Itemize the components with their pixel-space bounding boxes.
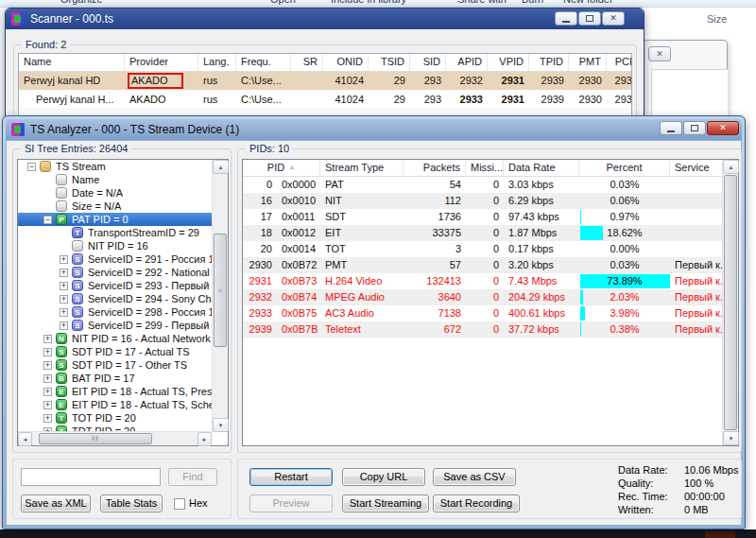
column-header-service[interactable]: Service [670,160,722,176]
column-header-tsid[interactable]: TSID [369,54,410,71]
find-button[interactable]: Find [168,468,217,486]
restart-button[interactable]: Restart [249,468,333,486]
pid-row[interactable]: 29330x0B75AC3 Audio71380400.61 kbps3.98%… [243,305,722,321]
size-column-header[interactable]: Size [707,13,727,25]
column-header-pmt[interactable]: PMT [569,54,607,71]
tree-item-serviceid-291-1-hd[interactable]: +SServiceID = 291 - Россия 1 HD [18,252,213,266]
column-header-missi[interactable]: Missi... [466,160,504,176]
tree-item-eit-pid-18-actual-ts-present-fo[interactable]: +EEIT PID = 18 - Actual TS, Present/Fo [18,385,213,398]
expand-icon[interactable]: + [43,388,52,396]
column-header-lang[interactable]: Lang. [198,54,236,71]
scrollbar-thumb[interactable]: ⦀⦀ [39,433,152,444]
column-header-onid[interactable]: ONID [323,54,369,71]
scroll-up-icon[interactable]: ▲ [213,160,229,174]
tree-item-tot-pid-20[interactable]: +TTOT PID = 20 [18,411,213,425]
scroll-down-icon[interactable]: ▼ [213,418,229,432]
expand-icon[interactable]: + [43,335,52,343]
pid-row[interactable]: 160x0010NIT11206.29 kbps0.06% [243,193,722,209]
column-header-provider[interactable]: Provider [125,54,198,71]
column-header-name[interactable]: Name [19,54,125,71]
tree-vertical-scrollbar[interactable]: ▲ ≡ ▼ [212,160,228,432]
table-stats-button[interactable]: Table Stats [100,495,163,512]
tree-item-name[interactable]: Name [18,173,213,186]
scrollbar-thumb[interactable] [724,175,737,430]
column-header-stream-type[interactable]: Stream Type [320,160,404,176]
tree-item-sdt-pid-17-other-ts[interactable]: +SSDT PID = 17 - Other TS [18,358,213,372]
expand-icon[interactable]: + [60,321,68,330]
pid-vertical-scrollbar[interactable]: ▲ ▼ [722,160,738,445]
toolbar-item[interactable]: Open [270,0,296,5]
toolbar-item[interactable]: Include in library [331,0,406,5]
pid-row[interactable]: 170x0011SDT1736097.43 kbps0.97% [243,209,722,225]
close-icon[interactable]: ✕ [648,46,671,61]
scroll-right-icon[interactable]: ► [198,432,212,446]
save-as-xml-button[interactable]: Save as XML [21,495,91,512]
scroll-up-icon[interactable]: ▲ [723,160,739,174]
column-header-sid[interactable]: SID [410,54,446,71]
scanner-row[interactable]: Perwyj kanal H...AKADOrusC:\Use...410242… [19,91,631,110]
toolbar-item[interactable]: New folder [563,0,613,5]
minimize-button[interactable] [555,11,577,26]
column-header-data-rate[interactable]: Data Rate [504,160,579,176]
tree-item-serviceid-292-national-geogr[interactable]: +SServiceID = 292 - National Geogr [18,266,213,279]
pid-row[interactable]: 29320x0B74MPEG Audio36400204.29 kbps2.03… [243,289,722,305]
hex-checkbox[interactable] [174,498,185,510]
pid-row[interactable]: 29300x0B72PMT5703.20 kbps0.03%Первый к..… [243,257,722,273]
tree-item-ts-stream[interactable]: −TS Stream [18,160,213,173]
expand-icon[interactable]: + [60,269,68,277]
tree-item-nit-pid-16-actual-network[interactable]: +NNIT PID = 16 - Actual Network [18,332,213,345]
column-header-packets[interactable]: Packets [404,160,466,176]
pid-row[interactable]: 200x0014TOT300.17 kbps0.00% [243,241,722,257]
tree-item-transportstreamid-29[interactable]: TTransportStreamID = 29 [18,226,213,239]
tree-item-sdt-pid-17-actual-ts[interactable]: +SSDT PID = 17 - Actual TS [18,345,213,358]
expand-icon[interactable]: + [60,255,68,264]
pid-row[interactable]: 29390x0B7BTeletext672037.72 kbps0.38%Пер… [243,321,722,338]
column-header-pcr[interactable]: PCR [607,54,632,71]
column-header-sr[interactable]: SR [291,54,323,71]
tree-item-size-n-a[interactable]: Size = N/A [18,200,213,213]
scanner-row[interactable]: Perwyj kanal HDAKADOrusC:\Use...41024292… [19,72,631,91]
tree-item-bat-pid-17[interactable]: +BBAT PID = 17 [18,372,213,385]
tree-item-pat-pid-0[interactable]: −PPAT PID = 0 [18,213,213,226]
search-input[interactable] [21,468,161,486]
scroll-down-icon[interactable]: ▼ [723,431,739,445]
column-header-frequ[interactable]: Frequ. [236,54,291,71]
toolbar-item[interactable]: Organize [60,0,103,5]
analyzer-titlebar[interactable]: TS Analyzer - 000 - TS Stream Device (1) [6,119,742,140]
expand-icon[interactable]: + [43,348,52,356]
start-streaming-button[interactable]: Start Streaming [342,495,429,512]
expand-icon[interactable]: + [43,401,52,409]
expand-icon[interactable]: + [43,414,52,423]
tree-item-serviceid-293[interactable]: +SServiceID = 293 - Первый канал [18,279,213,292]
save-as-csv-button[interactable]: Save as CSV [433,468,516,486]
tree-item-nit-pid-16[interactable]: NIT PID = 16 [18,239,213,252]
expand-icon[interactable]: + [43,374,52,383]
expand-icon[interactable]: + [60,308,68,317]
pid-row[interactable]: 180x0012EIT3337501.87 Mbps18.62% [243,225,722,241]
minimize-button[interactable] [660,121,682,135]
collapse-icon[interactable]: − [43,216,52,224]
tree-horizontal-scrollbar[interactable]: ◄ ⦀⦀ ► [18,431,212,445]
tree-item-serviceid-298-1-hd[interactable]: +SServiceID = 298 - Россия 1 HD [18,305,213,319]
column-header-pid[interactable]: PID▲ [243,160,320,176]
tree-item-serviceid-299[interactable]: +SServiceID = 299 - Первый канал [18,319,213,332]
close-button[interactable]: ✕ [602,11,625,26]
pid-row[interactable]: 29310x0B73H.264 Video13241307.43 Mbps73.… [243,273,722,289]
expand-icon[interactable]: + [43,361,52,370]
tree-item-serviceid-294-sony-channel-h[interactable]: +SServiceID = 294 - Sony Channel H [18,292,213,305]
preview-button[interactable]: Preview [249,495,333,512]
toolbar-item[interactable]: Burn [522,0,543,5]
column-header-percent[interactable]: Percent [579,160,670,176]
expand-icon[interactable]: + [60,295,68,304]
scanner-titlebar[interactable]: Scanner - 000.ts ✕ [6,9,644,29]
scrollbar-thumb[interactable]: ≡ [214,234,227,347]
tree-item-eit-pid-18-actual-ts-schedule[interactable]: +EEIT PID = 18 - Actual TS, Schedule [18,398,213,411]
column-header-tpid[interactable]: TPID [529,54,569,71]
column-header-vpid[interactable]: VPID [488,54,529,71]
maximize-button[interactable] [578,11,601,26]
scroll-left-icon[interactable]: ◄ [18,432,32,446]
column-header-apid[interactable]: APID [446,54,488,71]
tree-item-date-n-a[interactable]: Date = N/A [18,186,213,200]
start-recording-button[interactable]: Start Recording [433,495,520,512]
collapse-icon[interactable]: − [27,163,36,171]
